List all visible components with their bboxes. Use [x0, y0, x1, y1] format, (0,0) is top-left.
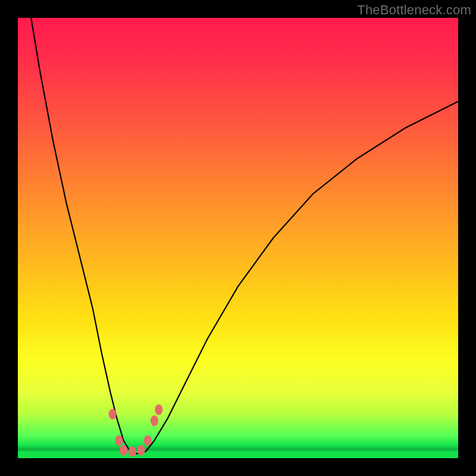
- figure-frame: TheBottleneck.com: [0, 0, 476, 476]
- curve-marker: [109, 409, 117, 419]
- plot-area: [18, 18, 458, 458]
- watermark-text: TheBottleneck.com: [357, 2, 471, 18]
- curve-marker: [155, 405, 162, 415]
- curve-marker: [144, 435, 152, 446]
- curve-marker: [129, 446, 136, 457]
- bottleneck-curve: [31, 18, 458, 454]
- curve-marker: [137, 445, 145, 456]
- curve-marker: [151, 415, 158, 426]
- curve-marker: [120, 445, 127, 456]
- chart-svg: [18, 18, 458, 458]
- curve-marker: [115, 435, 123, 446]
- curve-markers: [109, 405, 163, 457]
